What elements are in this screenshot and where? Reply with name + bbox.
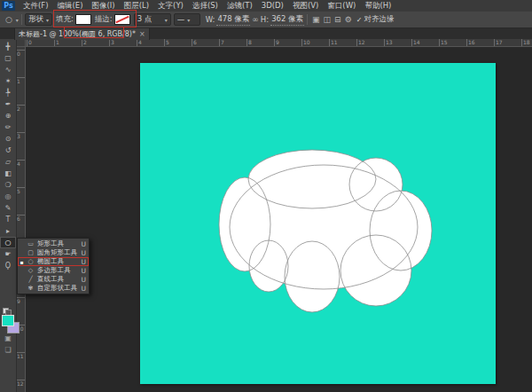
healing-brush-tool[interactable]: ⊕ — [0, 110, 16, 122]
ruler-tick-label: 4 — [17, 161, 20, 167]
menu-item-7[interactable]: 3D(D) — [257, 0, 288, 12]
shortcut-key: U — [82, 267, 87, 275]
path-alignment-icon[interactable]: ◫ — [322, 15, 333, 24]
canvas-area — [25, 46, 532, 392]
eyedropper-tool[interactable]: ✒ — [0, 98, 16, 110]
menu-item-5[interactable]: 选择(S) — [188, 0, 223, 12]
menu-item-1[interactable]: 编辑(E) — [53, 0, 88, 12]
crop-tool[interactable]: ╄ — [0, 87, 16, 98]
tool-preset-arrow-icon[interactable]: ▾ — [16, 17, 19, 23]
shortcut-key: U — [82, 249, 87, 257]
hand-tool[interactable]: ☛ — [0, 248, 16, 260]
gear-icon[interactable]: ⚙ — [343, 15, 354, 24]
options-separator — [307, 14, 308, 25]
type-tool[interactable]: T — [0, 214, 16, 225]
ruler-tick-label: 0 — [28, 39, 32, 45]
flyout-item-自定形状工具[interactable]: ✾自定形状工具U — [18, 284, 89, 293]
menu-item-3[interactable]: 图层(L) — [120, 0, 153, 12]
flyout-item-椭圆工具[interactable]: ▪○椭圆工具U — [18, 257, 89, 266]
ruler-tick-label: 0 — [17, 51, 20, 57]
menu-item-10[interactable]: 帮助(H) — [360, 0, 395, 12]
link-dimensions-icon[interactable]: ∞ — [250, 15, 261, 24]
foreground-color-swatch[interactable] — [2, 315, 14, 326]
pen-tool[interactable]: ✎ — [0, 202, 16, 214]
ruler-tick-label: 10 — [303, 39, 310, 45]
screen-mode-button[interactable]: ❏ — [0, 346, 16, 354]
ruler-tick-label: 16 — [468, 39, 475, 45]
ruler-tick-label: 1 — [17, 78, 20, 84]
menu-item-0[interactable]: 文件(F) — [19, 0, 53, 12]
shape-tools-flyout-menu: ▭矩形工具U▢圆角矩形工具U▪○椭圆工具U◇多边形工具U╱直线工具U✾自定形状工… — [17, 238, 90, 294]
flyout-item-矩形工具[interactable]: ▭矩形工具U — [18, 239, 89, 248]
gradient-tool[interactable]: ◧ — [0, 168, 16, 179]
menu-item-8[interactable]: 视图(V) — [288, 0, 323, 12]
ruler-tick-label: 17 — [496, 39, 503, 45]
zoom-tool[interactable]: Ϙ — [0, 260, 16, 271]
menu-item-4[interactable]: 文字(Y) — [153, 0, 188, 12]
rounded-rectangle-icon: ▢ — [27, 249, 35, 256]
polygon-icon: ◇ — [27, 267, 35, 274]
default-colors-icon[interactable] — [3, 308, 12, 314]
align-edges-label: 对齐边缘 — [364, 14, 394, 25]
clone-stamp-tool[interactable]: ⊙ — [0, 133, 16, 145]
height-label: H: — [261, 15, 269, 24]
path-selection-tool[interactable]: ▸ — [0, 225, 16, 237]
ruler-tick-label: 12 — [17, 380, 24, 387]
photoshop-logo: Ps — [2, 1, 15, 11]
lasso-tool[interactable]: ∿ — [0, 64, 16, 75]
options-bar: ○ ▾ 形状 ▾ 填充: 描边: 3 点 ▾ — ▾ W: 478 像素 ∞ H… — [0, 12, 532, 28]
ellipse-shape-tool[interactable]: ○ — [0, 237, 16, 248]
menu-bar: Ps 文件(F)编辑(E)图像(I)图层(L)文字(Y)选择(S)滤镜(T)3D… — [0, 0, 532, 12]
ruler-tick-label: 3 — [17, 133, 20, 139]
ruler-tick-label: 3 — [111, 39, 114, 45]
path-arrangement-icon[interactable]: ⊟ — [332, 15, 343, 24]
path-operations-icon[interactable]: ▣ — [310, 15, 322, 24]
tool-mode-value: 形状 — [28, 14, 43, 25]
marquee-tool[interactable]: ▢ — [0, 52, 16, 64]
blur-tool[interactable]: ❍ — [0, 179, 16, 191]
ruler-tick-label: 6 — [17, 216, 20, 222]
menu-item-2[interactable]: 图像(I) — [88, 0, 120, 12]
dodge-tool[interactable]: ◎ — [0, 191, 16, 202]
close-icon[interactable]: × — [139, 30, 145, 38]
document-tab[interactable]: 未标题-1 @ 100%(椭圆 6, RGB/8)* × — [14, 27, 150, 40]
vertical-ruler: 0123456789101112 — [16, 46, 26, 392]
quick-mask-button[interactable]: ▣ — [0, 334, 16, 342]
width-label: W: — [206, 15, 215, 24]
shortcut-key: U — [82, 285, 87, 293]
ruler-tick-label: 2 — [83, 39, 87, 45]
stroke-width-value: 3 点 — [137, 14, 153, 25]
flyout-item-直线工具[interactable]: ╱直线工具U — [18, 275, 89, 284]
horizontal-ruler: 0123456789101112131415161718 — [25, 39, 532, 47]
document-tab-title: 未标题-1 @ 100%(椭圆 6, RGB/8)* — [19, 29, 136, 39]
ruler-tick-label: 6 — [193, 39, 197, 45]
history-brush-tool[interactable]: ↺ — [0, 145, 16, 156]
chevron-down-icon: ▾ — [165, 17, 168, 23]
eraser-tool[interactable]: ▱ — [0, 156, 16, 168]
chevron-down-icon: ▾ — [187, 17, 190, 23]
rectangle-icon: ▭ — [27, 240, 35, 247]
shape-width-field[interactable]: 478 像素 — [216, 14, 250, 26]
fill-color-swatch[interactable] — [75, 14, 91, 25]
quick-selection-tool[interactable]: ✶ — [0, 75, 16, 87]
document-tab-bar: 未标题-1 @ 100%(椭圆 6, RGB/8)* × — [0, 27, 532, 39]
menu-item-9[interactable]: 窗口(W) — [323, 0, 360, 12]
ruler-corner — [16, 39, 26, 47]
stroke-color-swatch[interactable] — [114, 14, 130, 25]
ruler-tick-label: 12 — [358, 39, 365, 45]
brush-tool[interactable]: ✏ — [0, 122, 16, 133]
flyout-item-圆角矩形工具[interactable]: ▢圆角矩形工具U — [18, 248, 89, 257]
ruler-tick-label: 8 — [248, 39, 252, 45]
flyout-item-多边形工具[interactable]: ◇多边形工具U — [18, 266, 89, 275]
ruler-tick-label: 9 — [17, 298, 20, 304]
stroke-width-select[interactable]: 3 点 ▾ — [134, 13, 171, 26]
move-tool[interactable]: ╋ — [0, 41, 16, 52]
tool-preset-icon[interactable]: ○ — [4, 15, 14, 24]
flyout-item-label: 直线工具 — [37, 275, 79, 284]
shape-height-field[interactable]: 362 像素 — [270, 14, 304, 26]
menu-item-6[interactable]: 滤镜(T) — [223, 0, 257, 12]
document-canvas[interactable] — [140, 63, 496, 384]
stroke-style-select[interactable]: — ▾ — [174, 13, 200, 26]
align-edges-checkbox[interactable]: ✓ — [356, 16, 363, 24]
tool-mode-select[interactable]: 形状 ▾ — [25, 13, 52, 26]
